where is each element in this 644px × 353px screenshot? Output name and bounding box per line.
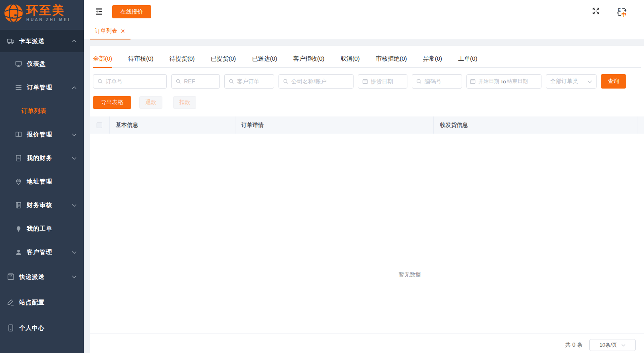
- collapse-sidebar-icon[interactable]: [94, 7, 104, 18]
- refund-button[interactable]: 退款: [139, 96, 162, 109]
- code-number-input[interactable]: [425, 78, 458, 85]
- brand-subtitle: HUAN ZHI MEI: [26, 18, 70, 22]
- search-icon: [283, 79, 288, 84]
- pagination-bar: 共 0 条 10条/页: [90, 333, 644, 353]
- search-button[interactable]: 查询: [601, 74, 626, 89]
- calendar-icon: [470, 79, 476, 84]
- chevron-down-icon: [621, 342, 626, 348]
- status-tab-ticket[interactable]: 工单(0): [458, 55, 477, 67]
- status-tab-pending-pickup[interactable]: 待提货(0): [170, 55, 195, 67]
- column-basic-info: 基本信息: [110, 116, 235, 134]
- customer-order-field: [224, 74, 274, 89]
- svg-text:E: E: [618, 8, 621, 12]
- deduct-button[interactable]: 扣款: [173, 96, 196, 109]
- app-window: 环至美 HUAN ZHI MEI 卡车派送: [0, 0, 644, 353]
- chevron-down-icon: [72, 275, 77, 278]
- chevron-up-icon: [72, 39, 77, 43]
- order-list-panel: 全部(0) 待审核(0) 待提货(0) 已提货(0) 已送达(0) 客户拒收(0…: [90, 46, 644, 353]
- select-all-cell: [90, 116, 110, 134]
- status-tab-picked-up[interactable]: 已提货(0): [211, 55, 236, 67]
- chevron-down-icon: [72, 157, 77, 160]
- svg-text:中: 中: [622, 12, 627, 18]
- sidebar-item-my-tickets[interactable]: 我的工单: [0, 217, 84, 241]
- package-icon: [7, 273, 15, 281]
- status-tab-cancelled[interactable]: 取消(0): [340, 55, 360, 67]
- export-table-button[interactable]: 导出表格: [93, 96, 131, 109]
- finance-document-icon: [15, 154, 22, 162]
- sidebar-item-order-management[interactable]: 订单管理: [0, 76, 84, 99]
- ref-field: [171, 74, 220, 89]
- select-all-checkbox[interactable]: [97, 122, 102, 128]
- calendar-icon: [362, 79, 368, 84]
- sidebar-item-express-delivery[interactable]: 快递派送: [0, 264, 84, 290]
- user-icon: [15, 248, 22, 256]
- status-tab-pending-review[interactable]: 待审核(0): [128, 55, 153, 67]
- globe-logo-icon: [3, 3, 24, 24]
- column-order-details: 订单详情: [235, 116, 434, 134]
- sidebar-item-address-management[interactable]: 地址管理: [0, 170, 84, 193]
- empty-state-text: 暂无数据: [399, 271, 421, 278]
- status-tab-customer-rejected[interactable]: 客户拒收(0): [293, 55, 324, 67]
- status-tab-all[interactable]: 全部(0): [93, 55, 112, 67]
- map-pin-icon: [15, 178, 22, 185]
- order-number-input[interactable]: [106, 78, 162, 85]
- monitor-icon: [15, 60, 22, 68]
- brand-logo: 环至美 HUAN ZHI MEI: [0, 0, 84, 26]
- status-tab-exception[interactable]: 异常(0): [423, 55, 442, 67]
- order-type-select[interactable]: 全部订单类: [546, 74, 597, 89]
- brand-name: 环至美: [26, 4, 70, 16]
- action-buttons: 导出表格 退款 扣款: [93, 96, 641, 109]
- truck-icon: [7, 37, 15, 45]
- sidebar-item-quote-management[interactable]: 报价管理: [0, 123, 84, 146]
- column-sliver: [638, 116, 644, 134]
- status-tab-delivered[interactable]: 已送达(0): [252, 55, 277, 67]
- online-quote-button[interactable]: 在线报价: [112, 5, 151, 18]
- route-tab-order-list[interactable]: 订单列表 ✕: [90, 23, 130, 39]
- page-size-select[interactable]: 10条/页: [589, 339, 636, 351]
- top-header: 在线报价 E 中: [84, 0, 644, 23]
- order-number-field: [93, 74, 167, 89]
- chevron-down-icon: [587, 78, 592, 85]
- start-date-placeholder: 开始日期: [478, 78, 499, 85]
- search-icon: [176, 79, 181, 84]
- device-icon: [7, 324, 15, 332]
- chevron-up-icon: [72, 86, 77, 89]
- code-number-field: [412, 74, 462, 89]
- page-size-value: 10条/页: [599, 341, 617, 349]
- book-icon: [15, 131, 22, 138]
- ref-input[interactable]: [184, 78, 215, 85]
- bulb-icon: [15, 225, 22, 233]
- fullscreen-icon[interactable]: [592, 7, 600, 17]
- sidebar-item-truck-delivery[interactable]: 卡车派送: [0, 30, 84, 52]
- date-range-separator: To: [500, 79, 506, 85]
- language-switch-icon[interactable]: E 中: [616, 7, 627, 19]
- pickup-date-input[interactable]: [371, 78, 403, 85]
- filter-row: 开始日期 To 结束日期 全部订单类 查询: [93, 74, 641, 89]
- sidebar-item-finance-audit[interactable]: 财务审核: [0, 193, 84, 217]
- sidebar-item-my-finance[interactable]: 我的财务: [0, 146, 84, 170]
- customer-order-input[interactable]: [237, 78, 270, 85]
- content-area: 全部(0) 待审核(0) 待提货(0) 已提货(0) 已送达(0) 客户拒收(0…: [84, 40, 644, 353]
- chevron-down-icon: [72, 133, 77, 136]
- pickup-date-field: [358, 74, 407, 89]
- close-tab-icon[interactable]: ✕: [121, 28, 125, 34]
- date-range-input[interactable]: 开始日期 To 结束日期: [466, 74, 541, 89]
- sidebar-item-order-list[interactable]: 订单列表: [0, 99, 84, 123]
- search-icon: [416, 79, 422, 84]
- table-header: 基本信息 订单详情 收发货信息: [90, 116, 644, 134]
- route-tabbar: 订单列表 ✕: [84, 23, 644, 40]
- main-area: 在线报价 E 中 订单: [84, 0, 644, 353]
- sidebar-item-personal-center[interactable]: 个人中心: [0, 315, 84, 341]
- sidebar-item-dashboard[interactable]: 仪表盘: [0, 52, 84, 76]
- pencil-icon: [7, 298, 15, 306]
- search-icon: [97, 79, 103, 84]
- sidebar-item-customer-management[interactable]: 客户管理: [0, 241, 84, 264]
- chevron-down-icon: [72, 251, 77, 254]
- column-shipping-info: 收发货信息: [434, 116, 638, 134]
- sidebar-item-site-config[interactable]: 站点配置: [0, 290, 84, 315]
- sliders-icon: [15, 84, 22, 91]
- end-date-placeholder: 结束日期: [507, 78, 528, 85]
- company-account-input[interactable]: [291, 78, 349, 85]
- sidebar: 环至美 HUAN ZHI MEI 卡车派送: [0, 0, 84, 353]
- status-tab-review-rejected[interactable]: 审核拒绝(0): [375, 55, 407, 67]
